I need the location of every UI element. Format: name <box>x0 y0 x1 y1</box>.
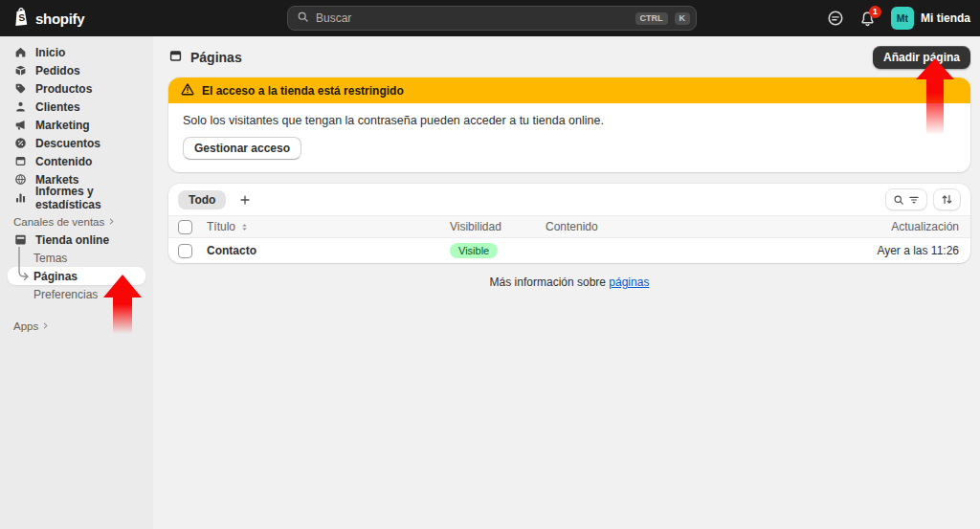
banner-title: El acceso a la tienda está restringido <box>202 84 404 98</box>
home-icon <box>13 46 28 58</box>
content-icon <box>13 155 28 167</box>
plus-icon <box>239 194 251 206</box>
notification-count-badge: 1 <box>869 6 881 18</box>
pages-icon <box>168 49 183 66</box>
customers-icon <box>13 100 28 113</box>
inbox-icon[interactable] <box>827 10 844 27</box>
notifications-button[interactable]: 1 <box>859 11 876 27</box>
sidebar-item-label: Descuentos <box>35 137 100 150</box>
analytics-icon <box>13 191 28 204</box>
topbar: S shopify CTRL K 1 <box>0 0 980 36</box>
chevron-right-icon <box>107 216 116 228</box>
sidebar-item-label: Pedidos <box>35 64 80 77</box>
sidebar-item-inicio[interactable]: Inicio <box>8 43 145 61</box>
sidebar-item-label: Tienda online <box>35 233 109 247</box>
page-title: Páginas <box>190 50 242 65</box>
sidebar-item-tienda-online[interactable]: Tienda online <box>8 231 145 249</box>
manage-access-button[interactable]: Gestionar acceso <box>183 137 301 160</box>
pages-help-link[interactable]: páginas <box>609 276 649 289</box>
sidebar-item-label: Temas <box>33 252 67 265</box>
sort-icon <box>941 193 953 206</box>
column-header-titulo[interactable]: Título <box>207 220 235 233</box>
sidebar-item-label: Contenido <box>35 155 92 168</box>
select-all-checkbox[interactable] <box>178 220 192 234</box>
sidebar-item-label: Productos <box>35 82 92 96</box>
sidebar-item-paginas[interactable]: Páginas <box>8 267 145 285</box>
shopify-logo[interactable]: S shopify <box>11 0 84 36</box>
sidebar-item-label: Páginas <box>33 270 78 283</box>
orders-icon <box>13 64 28 77</box>
search-input[interactable] <box>316 11 629 25</box>
column-header-contenido: Contenido <box>546 220 670 233</box>
page-row-title[interactable]: Contacto <box>207 244 450 257</box>
table-row-contacto[interactable]: Contacto Visible Ayer a las 11:26 <box>168 238 970 263</box>
warning-icon <box>181 82 194 99</box>
main-content: Páginas Añadir página El acceso a la tie… <box>153 36 980 529</box>
search-filter-button[interactable] <box>885 188 927 210</box>
chevron-right-icon <box>41 320 50 332</box>
sidebar-item-pedidos[interactable]: Pedidos <box>8 61 145 79</box>
pages-table-card: Todo Título Visibilidad <box>168 184 970 263</box>
store-avatar: Mt <box>891 7 914 30</box>
sidebar-item-productos[interactable]: Productos <box>8 79 145 98</box>
sidebar-item-temas[interactable]: Temas <box>8 249 145 267</box>
global-search[interactable]: CTRL K <box>287 6 697 31</box>
sidebar-item-descuentos[interactable]: Descuentos <box>8 134 145 152</box>
restricted-access-banner: El acceso a la tienda está restringido S… <box>168 77 970 172</box>
sort-carets-icon <box>239 222 250 232</box>
globe-icon <box>13 173 28 186</box>
footer-note: Más información sobre páginas <box>168 276 970 289</box>
add-page-button[interactable]: Añadir página <box>873 46 970 69</box>
shopify-wordmark: shopify <box>35 11 84 27</box>
page-row-updated: Ayer a las 11:26 <box>670 244 959 257</box>
section-label-text: Apps <box>13 320 38 332</box>
svg-text:S: S <box>18 11 26 23</box>
table-header-row: Título Visibilidad Contenido Actualizaci… <box>168 215 970 238</box>
sidebar-section-apps[interactable]: Apps <box>0 317 153 335</box>
shortcut-key-k: K <box>675 12 691 25</box>
store-menu-button[interactable]: Mt Mi tienda <box>891 7 970 30</box>
sort-button[interactable] <box>933 188 961 210</box>
tab-todo[interactable]: Todo <box>178 190 226 209</box>
row-checkbox[interactable] <box>178 244 192 258</box>
search-icon <box>297 10 309 27</box>
storefront-icon <box>13 233 28 246</box>
shortcut-key-ctrl: CTRL <box>635 12 668 25</box>
sidebar-item-contenido[interactable]: Contenido <box>8 152 145 170</box>
sidebar-item-label: Inicio <box>35 46 65 59</box>
discount-icon <box>13 137 28 149</box>
visibility-badge: Visible <box>450 243 498 258</box>
sidebar-item-preferencias[interactable]: Preferencias <box>8 285 145 303</box>
sidebar: Inicio Pedidos Productos Clientes Market… <box>0 36 153 529</box>
section-label-text: Canales de ventas <box>13 216 104 228</box>
filter-icon <box>908 194 920 206</box>
banner-description: Solo los visitantes que tengan la contra… <box>183 114 956 127</box>
shopify-bag-icon: S <box>11 7 30 31</box>
sidebar-item-label: Clientes <box>35 100 80 114</box>
store-name: Mi tienda <box>921 11 970 25</box>
sidebar-item-marketing[interactable]: Marketing <box>8 116 145 134</box>
column-header-visibilidad: Visibilidad <box>450 220 546 233</box>
sidebar-item-label: Marketing <box>35 119 90 132</box>
sidebar-item-label: Preferencias <box>33 288 98 301</box>
column-header-actualizacion: Actualización <box>670 220 959 233</box>
tag-icon <box>13 82 28 95</box>
search-icon <box>893 194 904 206</box>
megaphone-icon <box>13 119 28 131</box>
sidebar-item-informes[interactable]: Informes y estadísticas <box>8 188 145 207</box>
sidebar-item-clientes[interactable]: Clientes <box>8 98 145 116</box>
add-view-button[interactable] <box>235 190 255 209</box>
footer-text: Más información sobre <box>490 276 606 289</box>
sidebar-item-label: Informes y estadísticas <box>35 185 140 211</box>
sidebar-section-canales-de-ventas[interactable]: Canales de ventas <box>0 212 153 231</box>
